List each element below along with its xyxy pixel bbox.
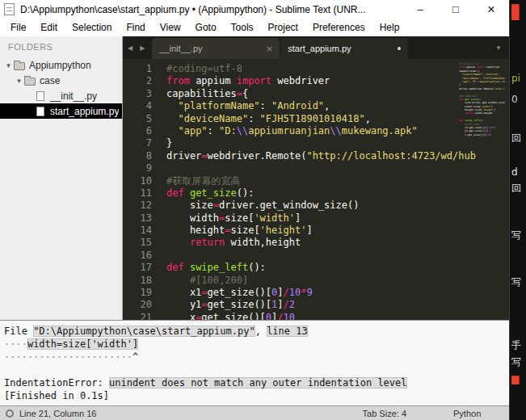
- desktop-fragment: ▆: [511, 9, 519, 20]
- tree-item-start_appium-py[interactable]: start_appium.py: [0, 103, 122, 119]
- tree-item-Appiumpython[interactable]: ▾Appiumpython: [0, 57, 122, 73]
- maximize-button[interactable]: □: [438, 0, 473, 19]
- line-number: 8: [123, 150, 152, 162]
- desktop-fragment: 写: [511, 229, 521, 241]
- minimap[interactable]: #coding=utf-8from appium import webdrive…: [459, 62, 505, 136]
- close-button[interactable]: ×: [473, 0, 509, 19]
- output-line: IndentationError: unindent does not matc…: [4, 376, 505, 389]
- line-number: 7: [123, 137, 152, 149]
- syntax-selector[interactable]: Python: [453, 409, 503, 418]
- code-line: def swipe_left():: [166, 262, 509, 274]
- folder-icon: [14, 62, 25, 70]
- editor-column: ◀ ▶ __init__.py×start_appium.py• ▼ 12345…: [123, 36, 509, 320]
- editor[interactable]: 123456789101112131415161718192021 #codin…: [123, 59, 509, 320]
- code-line: height=size['height']: [166, 225, 509, 237]
- code-line: x1=get_size()[0]/10*9: [166, 287, 509, 299]
- tab-scroll-arrows: ◀ ▶: [123, 44, 152, 52]
- tab-label: start_appium.py: [288, 44, 397, 53]
- menu-tools[interactable]: Tools: [224, 19, 261, 36]
- line-number: 18: [123, 275, 152, 287]
- code-line: driver=webdriver.Remote("http://localhos…: [166, 150, 509, 162]
- sublime-window: D:\Appiumpython\case\start_appium.py • (…: [0, 0, 510, 420]
- line-number: 2: [123, 75, 152, 87]
- code-line: from appium import webdriver: [166, 75, 509, 87]
- code-line: return width,height: [166, 237, 509, 249]
- tree-item-case[interactable]: ▾case: [0, 73, 122, 88]
- minimap-line: x=get_size()[0]/10: [459, 133, 505, 136]
- line-number: 12: [123, 200, 152, 212]
- code-line: }: [166, 137, 509, 149]
- status-bar: Line 21, Column 16 Tab Size: 4 Python: [0, 405, 509, 420]
- desktop-fragment: 写: [511, 356, 521, 368]
- code-line: size=driver.get_window_size(): [166, 200, 509, 212]
- code-line: "platformName": "Android",: [166, 100, 509, 112]
- menu-selection[interactable]: Selection: [65, 19, 119, 36]
- disclosure-triangle-icon[interactable]: ▾: [3, 61, 14, 69]
- tree-item-__init__-py[interactable]: __init__.py: [0, 88, 122, 103]
- code-line: #[100,200]: [166, 275, 509, 287]
- desktop-strip: ▆▆pi0回d回写写手写▆: [510, 0, 526, 420]
- tab-scroll-right-icon[interactable]: ▶: [140, 44, 145, 52]
- output-line: [Finished in 0.1s]: [4, 389, 505, 402]
- line-number: 17: [123, 262, 152, 274]
- line-number: 14: [123, 225, 152, 237]
- tab-overflow-icon[interactable]: ▼: [488, 44, 509, 52]
- line-number: 3: [123, 88, 152, 100]
- code-line: "deviceName": "FJH5T18901010418",: [166, 113, 509, 125]
- menu-file[interactable]: File: [3, 19, 33, 36]
- cursor-position: Line 21, Column 16: [19, 409, 363, 418]
- tab-__init__-py[interactable]: __init__.py×: [152, 38, 280, 59]
- output-line: ······················^: [4, 351, 505, 363]
- minimap-line: "app": "D:\\appiumruanjian\\mukewang.apk…: [459, 80, 505, 83]
- code-line: #coding=utf-8: [166, 63, 509, 75]
- minimize-button[interactable]: –: [402, 0, 438, 19]
- menu-edit[interactable]: Edit: [33, 19, 65, 36]
- window-controls: – □ ×: [402, 0, 509, 19]
- gutter[interactable]: 123456789101112131415161718192021: [123, 63, 160, 320]
- desktop-fragment: 手: [511, 339, 521, 351]
- output-line: File "D:\Appiumpython\case\start_appium.…: [4, 325, 505, 338]
- menu-view[interactable]: View: [153, 19, 188, 36]
- line-number: 16: [123, 250, 152, 262]
- menu-goto[interactable]: Goto: [188, 19, 224, 36]
- menu-bar: FileEditSelectionFindViewGotoToolsProjec…: [0, 19, 509, 36]
- tab-bar: ◀ ▶ __init__.py×start_appium.py• ▼: [123, 36, 509, 59]
- tab-close-icon[interactable]: ×: [267, 43, 273, 55]
- file-icon: [36, 107, 44, 116]
- sidebar: FOLDERS ▾Appiumpython▾case__init__.pysta…: [0, 36, 123, 320]
- tab-dirty-dot-icon: •: [397, 44, 401, 52]
- status-activity-icon: [6, 410, 14, 418]
- tab-scroll-left-icon[interactable]: ◀: [128, 44, 133, 52]
- line-number: 9: [123, 162, 152, 174]
- tab-label: __init__.py: [159, 44, 266, 53]
- desktop-fragment: pi: [511, 73, 520, 84]
- desktop-fragment: d: [511, 166, 518, 178]
- line-number: 15: [123, 237, 152, 249]
- line-number: 4: [123, 100, 152, 112]
- tree-item-label: case: [40, 75, 60, 86]
- menu-project[interactable]: Project: [261, 19, 305, 36]
- folder-tree: ▾Appiumpython▾case__init__.pystart_appiu…: [0, 57, 122, 119]
- main-area: FOLDERS ▾Appiumpython▾case__init__.pysta…: [0, 36, 509, 320]
- line-number: 5: [123, 113, 152, 125]
- disclosure-triangle-icon[interactable]: ▾: [14, 77, 24, 85]
- tree-item-label: __init__.py: [50, 90, 97, 102]
- tab-start_appium-py[interactable]: start_appium.py•: [280, 38, 408, 59]
- menu-preferences[interactable]: Preferences: [305, 19, 372, 36]
- output-line: ····width=size['width']: [4, 338, 505, 351]
- line-number: 10: [123, 175, 152, 187]
- build-output-panel[interactable]: File "D:\Appiumpython\case\start_appium.…: [0, 320, 509, 405]
- menu-find[interactable]: Find: [119, 19, 152, 36]
- code-line: width=size['width']: [166, 212, 509, 225]
- desktop-fragment: 回: [511, 132, 521, 144]
- code-line: [166, 162, 509, 174]
- code-area[interactable]: #coding=utf-8from appium import webdrive…: [160, 63, 509, 320]
- minimap-line: driver=webdriver.Remote("http://localhos…: [459, 87, 505, 90]
- desktop-fragment: 写: [511, 276, 521, 288]
- line-number: 21: [123, 312, 152, 320]
- output-line: [4, 363, 505, 376]
- code-line: def get_size():: [166, 187, 509, 200]
- menu-help[interactable]: Help: [372, 19, 407, 36]
- tab-size-selector[interactable]: Tab Size: 4: [363, 409, 406, 418]
- title-bar[interactable]: D:\Appiumpython\case\start_appium.py • (…: [0, 0, 509, 19]
